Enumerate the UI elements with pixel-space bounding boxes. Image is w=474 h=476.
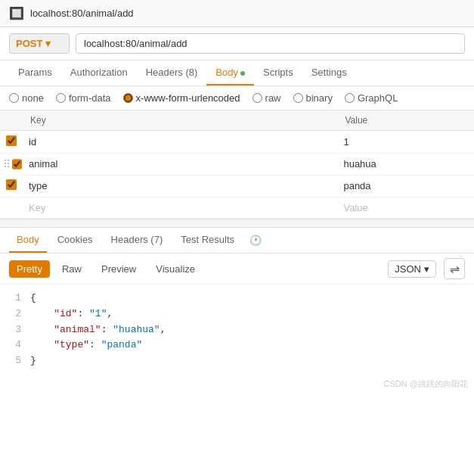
tab-params[interactable]: Params bbox=[9, 61, 61, 86]
radio-raw[interactable]: raw bbox=[252, 92, 281, 104]
json-format-label: JSON bbox=[395, 263, 421, 275]
drag-handle-icon[interactable]: ⠿ bbox=[3, 158, 11, 170]
request-bar: POST ▾ bbox=[0, 27, 474, 61]
title-bar: 🔲 localhost:80/animal/add bbox=[0, 0, 474, 27]
value-cell-3[interactable]: panda bbox=[337, 175, 474, 198]
radio-x-www-form-urlencoded[interactable]: x-www-form-urlencoded bbox=[123, 92, 240, 104]
checkbox-header bbox=[0, 110, 23, 131]
tab-scripts[interactable]: Scripts bbox=[254, 61, 302, 86]
clock-icon[interactable]: 🕐 bbox=[245, 229, 266, 252]
format-bar: Pretty Raw Preview Visualize JSON ▾ ⇌ bbox=[0, 254, 474, 285]
checkbox-cell-3[interactable] bbox=[0, 175, 23, 198]
table-row-placeholder: Key Value bbox=[0, 198, 474, 219]
key-placeholder[interactable]: Key bbox=[23, 198, 337, 219]
nav-tabs: Params Authorization Headers (8) Body Sc… bbox=[0, 61, 474, 86]
body-dot bbox=[240, 71, 245, 76]
resp-tab-headers[interactable]: Headers (7) bbox=[104, 228, 171, 253]
visualize-button[interactable]: Visualize bbox=[148, 260, 203, 278]
chevron-down-icon: ▾ bbox=[45, 38, 51, 49]
value-placeholder[interactable]: Value bbox=[337, 198, 474, 219]
resp-tab-test-results[interactable]: Test Results bbox=[173, 228, 242, 253]
value-cell-1[interactable]: 1 bbox=[337, 131, 474, 154]
headers-count: (8) bbox=[185, 67, 197, 78]
row-checkbox-3[interactable] bbox=[6, 179, 17, 190]
section-divider bbox=[0, 219, 474, 228]
response-tabs: Body Cookies Headers (7) Test Results 🕐 bbox=[0, 228, 474, 254]
method-dropdown[interactable]: POST ▾ bbox=[9, 33, 70, 54]
key-cell-1[interactable]: id bbox=[23, 131, 337, 154]
table-row: type panda bbox=[0, 175, 474, 198]
key-header: Key bbox=[23, 110, 337, 131]
pretty-button[interactable]: Pretty bbox=[9, 260, 50, 278]
code-line-4: 4 "type": "panda" bbox=[9, 338, 465, 353]
radio-graphql[interactable]: GraphQL bbox=[345, 92, 398, 104]
table-row: id 1 bbox=[0, 131, 474, 154]
checkbox-cell-2[interactable]: ⠿ bbox=[0, 154, 23, 175]
value-cell-2[interactable]: huahua bbox=[337, 154, 474, 176]
row-checkbox-2[interactable] bbox=[12, 159, 22, 170]
resp-tab-body[interactable]: Body bbox=[9, 228, 47, 253]
code-line-3: 3 "animal": "huahua", bbox=[9, 322, 465, 338]
key-cell-3[interactable]: type bbox=[23, 175, 337, 198]
wrap-button[interactable]: ⇌ bbox=[444, 258, 465, 279]
method-label: POST bbox=[16, 38, 42, 49]
preview-button[interactable]: Preview bbox=[94, 260, 144, 278]
code-line-1: 1 { bbox=[9, 291, 465, 306]
raw-button[interactable]: Raw bbox=[54, 260, 89, 278]
form-table: Key Value id 1 ⠿ animal huahua type bbox=[0, 110, 474, 219]
chevron-down-icon: ▾ bbox=[424, 263, 429, 275]
tab-authorization[interactable]: Authorization bbox=[61, 61, 137, 86]
tab-headers[interactable]: Headers (8) bbox=[137, 61, 207, 86]
key-cell-2[interactable]: animal bbox=[23, 154, 337, 176]
radio-none[interactable]: none bbox=[9, 92, 44, 104]
table-row: ⠿ animal huahua bbox=[0, 154, 474, 176]
radio-binary[interactable]: binary bbox=[293, 92, 333, 104]
code-line-2: 2 "id": "1", bbox=[9, 306, 465, 322]
title-url: localhost:80/animal/add bbox=[30, 8, 134, 19]
watermark: CSDN @跳跳的向阳花 bbox=[0, 375, 474, 393]
tab-settings[interactable]: Settings bbox=[302, 61, 356, 86]
url-input[interactable] bbox=[76, 33, 465, 54]
json-format-select[interactable]: JSON ▾ bbox=[388, 260, 436, 278]
code-line-5: 5 } bbox=[9, 353, 465, 369]
resp-tab-cookies[interactable]: Cookies bbox=[50, 228, 101, 253]
body-type-row: none form-data x-www-form-urlencoded raw… bbox=[0, 86, 474, 110]
checkbox-cell-1[interactable] bbox=[0, 131, 23, 154]
app-icon: 🔲 bbox=[9, 6, 24, 20]
radio-form-data[interactable]: form-data bbox=[56, 92, 111, 104]
tab-body[interactable]: Body bbox=[206, 61, 254, 86]
value-header: Value bbox=[337, 110, 474, 131]
row-checkbox-1[interactable] bbox=[6, 135, 17, 146]
code-area: 1 { 2 "id": "1", 3 "animal": "huahua", 4… bbox=[0, 285, 474, 375]
